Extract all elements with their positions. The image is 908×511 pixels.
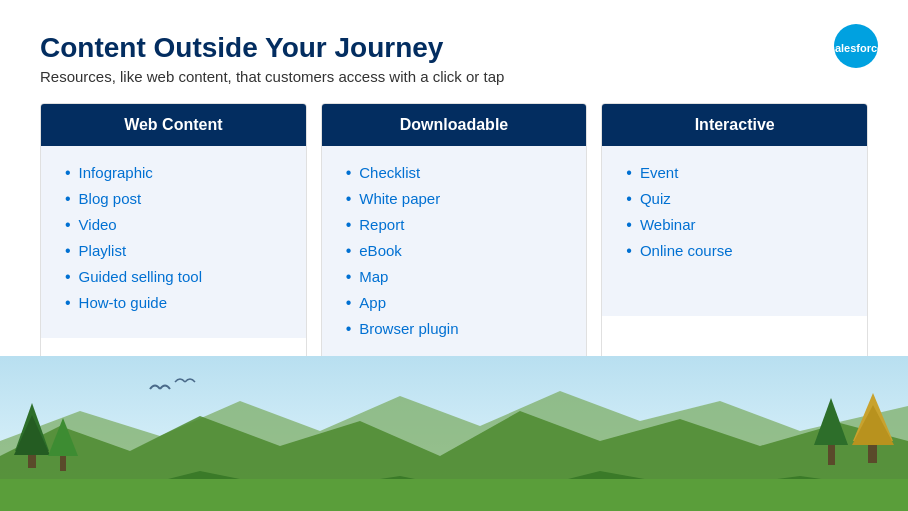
web-content-header: Web Content	[41, 104, 306, 146]
list-item: Map	[346, 268, 571, 286]
content-columns: Web Content Infographic Blog post Video …	[40, 103, 868, 365]
slide: salesforce Content Outside Your Journey …	[0, 0, 908, 511]
list-item: Webinar	[626, 216, 851, 234]
list-item: Event	[626, 164, 851, 182]
svg-marker-10	[814, 398, 848, 445]
list-item: Guided selling tool	[65, 268, 290, 286]
list-item: Checklist	[346, 164, 571, 182]
list-item: Browser plugin	[346, 320, 571, 338]
list-item: How-to guide	[65, 294, 290, 312]
interactive-header: Interactive	[602, 104, 867, 146]
svg-marker-13	[852, 405, 894, 445]
downloadable-header: Downloadable	[322, 104, 587, 146]
web-content-list: Infographic Blog post Video Playlist Gui…	[65, 164, 290, 312]
list-item: App	[346, 294, 571, 312]
list-item: Infographic	[65, 164, 290, 182]
web-content-body: Infographic Blog post Video Playlist Gui…	[41, 146, 306, 338]
downloadable-list: Checklist White paper Report eBook Map A…	[346, 164, 571, 338]
web-content-column: Web Content Infographic Blog post Video …	[40, 103, 307, 365]
list-item: Quiz	[626, 190, 851, 208]
interactive-body: Event Quiz Webinar Online course	[602, 146, 867, 316]
downloadable-column: Downloadable Checklist White paper Repor…	[321, 103, 588, 365]
list-item: Playlist	[65, 242, 290, 260]
slide-header: Content Outside Your Journey Resources, …	[40, 32, 868, 85]
landscape-illustration	[0, 356, 908, 511]
downloadable-body: Checklist White paper Report eBook Map A…	[322, 146, 587, 364]
interactive-column: Interactive Event Quiz Webinar Online co…	[601, 103, 868, 365]
list-item: Online course	[626, 242, 851, 260]
list-item: White paper	[346, 190, 571, 208]
list-item: eBook	[346, 242, 571, 260]
list-item: Blog post	[65, 190, 290, 208]
slide-title: Content Outside Your Journey	[40, 32, 868, 64]
list-item: Report	[346, 216, 571, 234]
list-item: Video	[65, 216, 290, 234]
interactive-list: Event Quiz Webinar Online course	[626, 164, 851, 260]
slide-subtitle: Resources, like web content, that custom…	[40, 68, 868, 85]
svg-text:salesforce: salesforce	[834, 42, 878, 54]
salesforce-logo: salesforce	[834, 24, 878, 68]
